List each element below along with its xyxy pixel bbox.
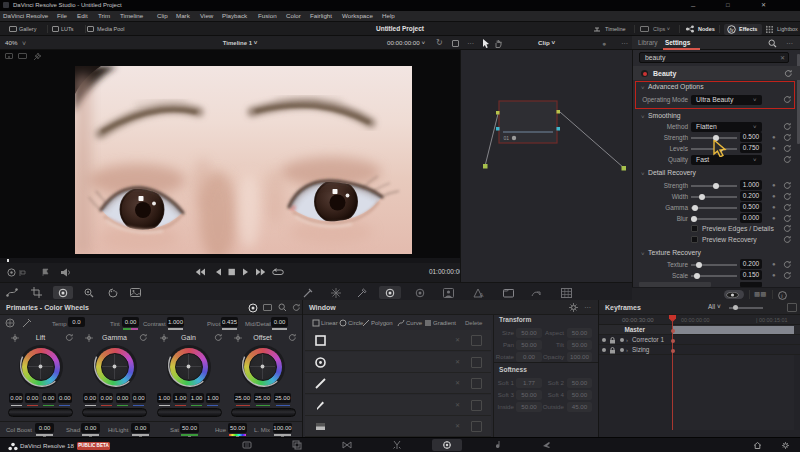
svg-text:01: 01 [504, 135, 510, 141]
svg-text:fx: fx [729, 27, 734, 33]
svg-text:A: A [480, 292, 484, 298]
svg-text:i: i [781, 292, 782, 298]
